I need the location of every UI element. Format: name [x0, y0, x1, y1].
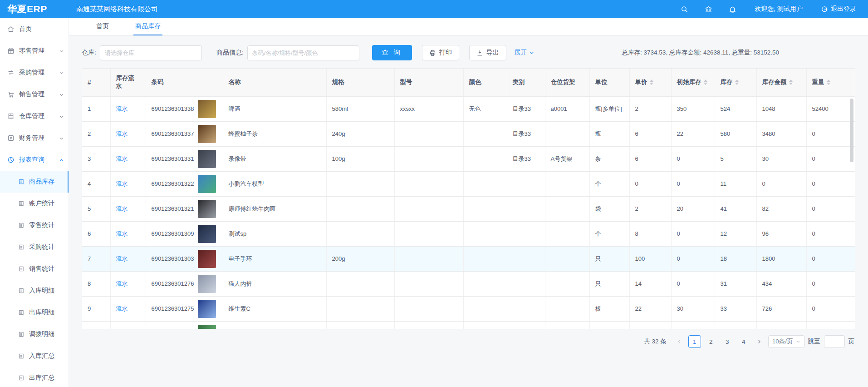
cell-category: [507, 196, 545, 221]
column-header-规格: 规格: [326, 69, 394, 96]
page-number-2[interactable]: 2: [705, 335, 717, 348]
product-thumbnail[interactable]: [198, 175, 216, 193]
column-header-型号: 型号: [394, 69, 463, 96]
page-number-list: 1234: [688, 335, 750, 348]
product-thumbnail[interactable]: [198, 100, 216, 118]
cell-weight: [806, 321, 855, 329]
cell-stock: [715, 321, 756, 329]
column-header-库存流水: 库存流水: [110, 69, 146, 96]
page-number-3[interactable]: 3: [721, 335, 734, 348]
cell-index: 8: [82, 271, 110, 296]
cell-flow: 流水: [110, 171, 146, 196]
cell-init-stock: 20: [671, 196, 715, 221]
flow-link[interactable]: 流水: [116, 155, 128, 162]
table-scrollbar-thumb[interactable]: [850, 99, 853, 162]
sort-icon[interactable]: [789, 79, 793, 85]
app-logo[interactable]: 华夏ERP: [0, 3, 69, 15]
next-page-button[interactable]: [754, 335, 765, 348]
product-thumbnail[interactable]: [198, 325, 216, 330]
sidebar-subitem-调拨明细[interactable]: 调拨明细: [0, 323, 69, 345]
flow-link[interactable]: 流水: [116, 280, 128, 287]
column-header-库存金额[interactable]: 库存金额: [756, 69, 806, 96]
flow-link[interactable]: 流水: [116, 180, 128, 187]
sidebar-item-label: 财务管理: [19, 134, 44, 142]
sidebar-item-首页[interactable]: 首页: [0, 18, 69, 40]
sidebar-item-仓库管理[interactable]: 仓库管理: [0, 105, 69, 127]
product-thumbnail[interactable]: [198, 125, 216, 143]
product-thumbnail[interactable]: [198, 250, 216, 268]
cell-index: 9: [82, 296, 110, 321]
sidebar-subitem-采购统计[interactable]: 采购统计: [0, 236, 69, 258]
export-button[interactable]: 导出: [469, 45, 506, 60]
sidebar-subitem-label: 商品库存: [29, 178, 54, 186]
flow-link[interactable]: 流水: [116, 105, 128, 112]
cell-weight: 52400: [806, 96, 855, 121]
product-info-label: 商品信息:: [216, 49, 244, 57]
cell-amount: 1800: [756, 246, 806, 271]
cell-index: 3: [82, 146, 110, 171]
cell-price: 14: [629, 271, 671, 296]
product-thumbnail[interactable]: [198, 300, 216, 318]
cell-category: [507, 296, 545, 321]
sidebar-item-报表查询[interactable]: 报表查询: [0, 149, 69, 171]
warehouse-select-input[interactable]: [100, 45, 202, 60]
print-button[interactable]: 打印: [422, 45, 459, 60]
sidebar-item-销售管理[interactable]: 销售管理: [0, 84, 69, 105]
sidebar-item-零售管理[interactable]: 零售管理: [0, 40, 69, 62]
product-thumbnail[interactable]: [198, 275, 216, 293]
cell-color: [463, 146, 507, 171]
sidebar-subitem-账户统计[interactable]: 账户统计: [0, 193, 69, 214]
sidebar-subitem-label: 入库汇总: [29, 352, 54, 360]
tab-商品库存[interactable]: 商品库存: [133, 18, 162, 35]
sidebar-subitem-入库汇总[interactable]: 入库汇总: [0, 345, 69, 367]
prev-page-button[interactable]: [674, 335, 685, 348]
flow-link[interactable]: 流水: [116, 205, 128, 212]
column-label: 仓位货架: [551, 78, 575, 86]
product-thumbnail[interactable]: [198, 225, 216, 243]
product-thumbnail[interactable]: [198, 150, 216, 168]
product-info-input[interactable]: [247, 45, 359, 60]
sort-icon[interactable]: [735, 79, 739, 85]
bank-icon[interactable]: [705, 5, 712, 13]
sidebar-subitem-入库明细[interactable]: 入库明细: [0, 280, 69, 302]
logout-button[interactable]: 退出登录: [821, 5, 856, 13]
finance-icon: [7, 134, 15, 142]
sidebar-subitem-出库汇总[interactable]: 出库汇总: [0, 367, 69, 387]
flow-link[interactable]: 流水: [116, 230, 128, 237]
sidebar-subitem-销售统计[interactable]: 销售统计: [0, 258, 69, 280]
cell-stock: 11: [715, 171, 756, 196]
sort-icon[interactable]: [650, 79, 653, 85]
sidebar-subitem-商品库存[interactable]: 商品库存: [0, 171, 69, 193]
warehouse-label: 仓库:: [82, 49, 96, 57]
page-size-select[interactable]: 10条/页: [768, 335, 804, 348]
column-header-初始库存[interactable]: 初始库存: [671, 69, 715, 96]
page-tabs: 首页商品库存: [69, 18, 868, 36]
flow-link[interactable]: 流水: [116, 255, 128, 262]
cell-shelf: [545, 321, 589, 329]
expand-filters-link[interactable]: 展开: [515, 49, 535, 57]
cell-stock: 580: [715, 121, 756, 146]
sidebar-subitem-零售统计[interactable]: 零售统计: [0, 214, 69, 236]
flow-link[interactable]: 流水: [116, 130, 128, 137]
product-thumbnail[interactable]: [198, 200, 216, 218]
sidebar-item-财务管理[interactable]: 财务管理: [0, 127, 69, 149]
sidebar-item-采购管理[interactable]: 采购管理: [0, 62, 69, 84]
cell-spec: 200g: [326, 246, 394, 271]
page-number-4[interactable]: 4: [737, 335, 750, 348]
flow-link[interactable]: 流水: [116, 305, 128, 312]
page-number-1[interactable]: 1: [688, 335, 701, 348]
column-header-库存[interactable]: 库存: [715, 69, 756, 96]
sidebar-subitem-出库明细[interactable]: 出库明细: [0, 302, 69, 323]
search-button[interactable]: 查 询: [372, 45, 412, 60]
column-header-重量[interactable]: 重量: [806, 69, 855, 96]
cell-price: 2: [629, 96, 671, 121]
sort-icon[interactable]: [827, 79, 830, 85]
sort-icon[interactable]: [704, 79, 707, 85]
jump-page-input[interactable]: [824, 335, 845, 348]
tab-首页[interactable]: 首页: [94, 18, 111, 35]
cell-price: 0: [629, 171, 671, 196]
column-header-单价[interactable]: 单价: [629, 69, 671, 96]
cell-category: 目录33: [507, 96, 545, 121]
search-icon[interactable]: [681, 5, 688, 13]
bell-icon[interactable]: [729, 5, 736, 13]
